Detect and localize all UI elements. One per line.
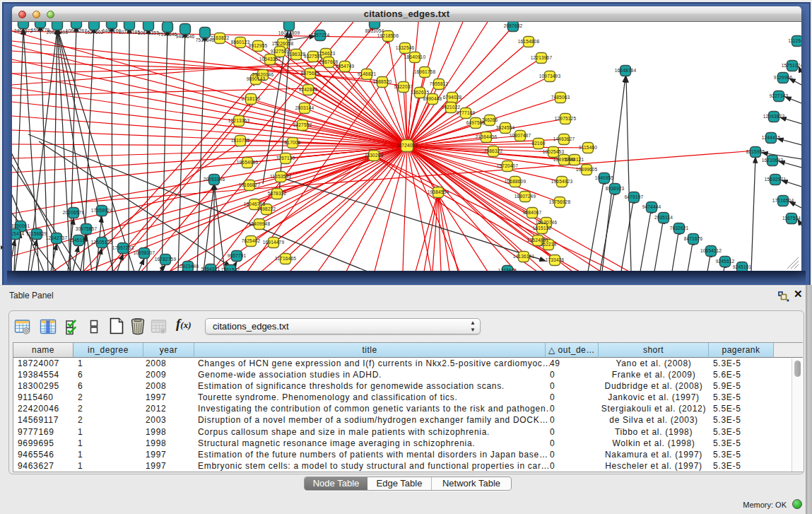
svg-text:7361542: 7361542 bbox=[221, 267, 240, 271]
svg-text:16961758: 16961758 bbox=[414, 69, 436, 74]
svg-text:12342737: 12342737 bbox=[46, 235, 68, 240]
svg-text:9427552: 9427552 bbox=[293, 122, 312, 127]
svg-text:8813054: 8813054 bbox=[365, 28, 384, 33]
svg-text:12093872: 12093872 bbox=[763, 114, 785, 119]
svg-text:11156829: 11156829 bbox=[26, 231, 47, 236]
svg-text:1733426: 1733426 bbox=[546, 257, 565, 262]
svg-text:12505135: 12505135 bbox=[91, 240, 113, 245]
svg-text:1615132: 1615132 bbox=[533, 226, 552, 230]
svg-text:7515546: 7515546 bbox=[158, 32, 177, 37]
svg-text:10899605: 10899605 bbox=[576, 167, 598, 172]
svg-text:18640910: 18640910 bbox=[404, 54, 426, 59]
svg-text:9245101: 9245101 bbox=[733, 264, 752, 269]
svg-text:8938923: 8938923 bbox=[606, 186, 625, 191]
svg-text:17957253: 17957253 bbox=[112, 245, 134, 250]
svg-text:10543362: 10543362 bbox=[259, 57, 281, 62]
svg-text:7632621: 7632621 bbox=[670, 226, 689, 230]
svg-text:12923446: 12923446 bbox=[177, 264, 199, 269]
svg-text:9129966: 9129966 bbox=[774, 75, 793, 80]
svg-text:12213967: 12213967 bbox=[531, 55, 553, 60]
svg-text:1810755: 1810755 bbox=[231, 138, 250, 143]
svg-text:9227343: 9227343 bbox=[770, 93, 789, 98]
svg-text:10688609: 10688609 bbox=[505, 179, 526, 184]
svg-text:9084067: 9084067 bbox=[523, 210, 542, 215]
svg-text:7625402: 7625402 bbox=[242, 238, 261, 243]
svg-text:5878312: 5878312 bbox=[268, 191, 287, 196]
svg-text:2803144: 2803144 bbox=[295, 105, 314, 110]
svg-text:2935114: 2935114 bbox=[654, 215, 673, 220]
svg-text:15720407: 15720407 bbox=[497, 163, 519, 168]
svg-text:15409948: 15409948 bbox=[249, 221, 271, 226]
svg-text:1362615: 1362615 bbox=[411, 90, 430, 95]
svg-text:10958107: 10958107 bbox=[134, 250, 155, 255]
svg-text:15692971: 15692971 bbox=[765, 177, 787, 182]
svg-text:17016504: 17016504 bbox=[772, 198, 794, 203]
svg-text:7754623: 7754623 bbox=[317, 51, 336, 56]
svg-text:2718170: 2718170 bbox=[242, 96, 261, 101]
svg-text:10025453: 10025453 bbox=[543, 149, 565, 154]
svg-text:9890143: 9890143 bbox=[247, 76, 266, 81]
svg-text:1167534: 1167534 bbox=[782, 216, 801, 221]
svg-text:1040955: 1040955 bbox=[595, 175, 614, 180]
svg-text:11716465: 11716465 bbox=[275, 256, 296, 261]
svg-text:11353593: 11353593 bbox=[270, 174, 291, 179]
svg-text:14463627: 14463627 bbox=[553, 136, 575, 141]
svg-text:62160: 62160 bbox=[531, 141, 545, 146]
svg-text:9474444: 9474444 bbox=[642, 204, 661, 209]
svg-text:8215955: 8215955 bbox=[746, 149, 765, 154]
svg-text:23420046: 23420046 bbox=[252, 72, 274, 77]
svg-text:19756928: 19756928 bbox=[549, 199, 571, 204]
svg-text:1332546: 1332546 bbox=[396, 45, 415, 50]
svg-text:9242848: 9242848 bbox=[299, 87, 318, 92]
svg-text:2087682: 2087682 bbox=[504, 23, 523, 28]
svg-text:2330203: 2330203 bbox=[365, 153, 384, 158]
svg-text:9245612: 9245612 bbox=[716, 259, 735, 264]
svg-text:16120746: 16120746 bbox=[536, 220, 558, 225]
svg-text:16210643: 16210643 bbox=[762, 158, 784, 163]
svg-text:9657791: 9657791 bbox=[228, 253, 247, 258]
svg-text:1588520: 1588520 bbox=[373, 79, 392, 84]
svg-text:10671355: 10671355 bbox=[138, 30, 160, 35]
svg-text:30975857: 30975857 bbox=[76, 226, 98, 231]
svg-text:9465546: 9465546 bbox=[176, 34, 195, 39]
svg-text:8675685: 8675685 bbox=[301, 71, 320, 76]
svg-text:817006: 817006 bbox=[285, 140, 301, 145]
svg-text:21364436: 21364436 bbox=[476, 134, 498, 139]
svg-text:20053346: 20053346 bbox=[204, 177, 225, 182]
svg-text:1527602: 1527602 bbox=[85, 30, 104, 35]
svg-text:20206576: 20206576 bbox=[63, 210, 85, 215]
svg-text:18807249: 18807249 bbox=[514, 194, 536, 199]
svg-text:3267130: 3267130 bbox=[276, 156, 295, 160]
svg-text:14136141: 14136141 bbox=[513, 254, 535, 259]
svg-text:1498222: 1498222 bbox=[257, 206, 276, 211]
svg-text:6479197: 6479197 bbox=[625, 194, 644, 199]
svg-text:8912955: 8912955 bbox=[249, 43, 268, 48]
svg-text:1421022: 1421022 bbox=[442, 105, 461, 110]
svg-text:8660123: 8660123 bbox=[231, 40, 250, 45]
svg-text:7485063: 7485063 bbox=[551, 95, 570, 100]
svg-text:5322037: 5322037 bbox=[394, 84, 413, 89]
svg-text:9777169: 9777169 bbox=[457, 110, 476, 115]
svg-text:9146821: 9146821 bbox=[358, 71, 377, 76]
svg-text:8454749: 8454749 bbox=[336, 64, 355, 69]
svg-text:19384554: 19384554 bbox=[428, 189, 449, 194]
svg-text:16154808: 16154808 bbox=[518, 39, 540, 44]
svg-text:16033809: 16033809 bbox=[278, 30, 300, 35]
svg-text:8186328: 8186328 bbox=[287, 52, 306, 57]
svg-text:5054921: 5054921 bbox=[201, 267, 220, 271]
svg-text:746266: 746266 bbox=[482, 117, 498, 122]
svg-text:16782759: 16782759 bbox=[155, 257, 177, 262]
svg-text:1244415: 1244415 bbox=[762, 135, 781, 140]
svg-text:10807487: 10807487 bbox=[510, 133, 531, 138]
svg-text:8990448: 8990448 bbox=[423, 96, 442, 101]
svg-text:7163822: 7163822 bbox=[211, 35, 230, 40]
svg-text:10654112: 10654112 bbox=[700, 248, 722, 253]
svg-text:19166827: 19166827 bbox=[239, 182, 261, 187]
svg-text:8471676: 8471676 bbox=[684, 236, 703, 241]
svg-text:16914479: 16914479 bbox=[263, 240, 285, 245]
svg-text:12975125: 12975125 bbox=[555, 116, 577, 121]
svg-text:252214: 252214 bbox=[541, 242, 557, 247]
svg-text:2405572: 2405572 bbox=[14, 28, 33, 33]
svg-text:19218506: 19218506 bbox=[377, 33, 399, 38]
svg-text:18724007: 18724007 bbox=[396, 143, 418, 148]
